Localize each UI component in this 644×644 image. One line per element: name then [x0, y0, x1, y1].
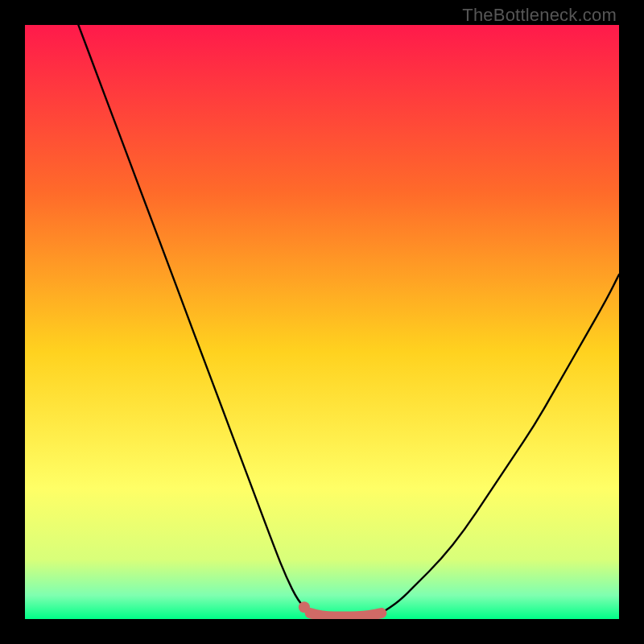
watermark-text: TheBottleneck.com	[462, 5, 617, 26]
left-end-dot	[299, 601, 310, 613]
chart-frame: TheBottleneck.com	[0, 0, 644, 644]
plot-svg	[25, 25, 619, 619]
plot-area	[25, 25, 619, 619]
min-band-highlight	[310, 613, 382, 617]
gradient-background	[25, 25, 619, 619]
